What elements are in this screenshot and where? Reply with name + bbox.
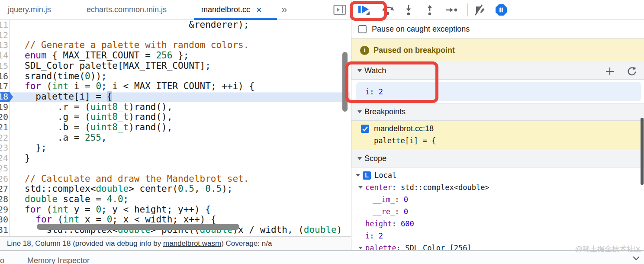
code-line[interactable]: .a = 255, [10,133,107,143]
code-line[interactable]: double scale = 4.0; [10,194,129,205]
pause-on-exceptions-button[interactable] [494,3,509,16]
line-number[interactable]: 13 [0,40,8,51]
chevron-down-icon[interactable] [358,186,363,189]
scope-row-height[interactable]: height: 600 [351,218,644,230]
wasm-source-link[interactable]: mandelbrot.wasm [163,239,221,248]
tab-jquery[interactable]: jquery.min.js [8,0,51,19]
code-line[interactable]: srand(time(0)); [10,71,107,82]
step-out-button[interactable] [422,3,437,16]
line-number[interactable]: 24 [0,153,8,164]
scope-row-Local[interactable]: LLocal [351,169,644,181]
line-number[interactable]: 21 [0,122,8,133]
sidebar-scrollbar[interactable] [641,118,644,185]
step-button[interactable] [444,3,459,16]
code-line[interactable]: .g = (uint8_t)rand(), [10,112,172,122]
scope-row-center[interactable]: center: std::complex<double> [351,181,644,193]
scope-row-__re_[interactable]: __re_: 0 [351,206,644,218]
line-number[interactable]: 23 [0,143,8,153]
pane-divider[interactable] [351,0,351,250]
code-line[interactable]: .r = (uint8_t)rand(), [10,102,172,113]
editor-horizontal-scrollbar[interactable] [37,224,239,230]
code-token: , [194,184,205,194]
scope-section-header[interactable]: Scope [351,150,644,167]
tab-label: mandelbrot.cc [201,5,250,14]
line-number[interactable]: 28 [0,194,8,205]
tab-echarts[interactable]: echarts.common.min.js [87,0,167,19]
code-line[interactable]: palette[i] = { [10,92,112,102]
editor-vertical-scrollbar[interactable] [342,52,348,112]
add-watch-button[interactable] [604,66,615,77]
scope-row-i[interactable]: i: 2 [351,230,644,242]
step-icon [445,5,458,15]
colon: : [396,244,405,250]
line-number[interactable]: 15 [0,61,8,71]
refresh-watch-button[interactable] [626,66,637,77]
code-token: i = [68,81,96,91]
breakpoint-checkbox[interactable] [361,125,369,133]
line-number[interactable]: 25 [0,164,8,174]
watch-section-header[interactable]: Watch [351,62,644,80]
line-number[interactable]: 11 [0,20,8,30]
code-line[interactable]: // Generate a palette with random colors… [10,40,249,51]
code-line[interactable]: enum { MAX_ITER_COUNT = 256 }; [10,51,189,61]
tab-label: jquery.min.js [8,5,51,14]
line-number[interactable]: 14 [0,51,8,61]
line-number[interactable]: 26 [0,174,8,184]
code-line[interactable] [10,164,25,174]
line-number[interactable]: 20 [0,112,8,122]
scope-property-value: SDL_Color [256] [405,244,472,250]
code-line[interactable]: std::complex<double> center(0.5, 0.5); [10,184,233,194]
chevron-down-icon [357,110,362,113]
code-token: 255 [85,132,101,143]
code-token: .g = ( [25,112,90,122]
code-line[interactable]: // Calculate and draw the Mandelbrot set… [10,174,249,184]
step-over-button[interactable] [381,3,396,16]
close-icon[interactable]: × [256,5,262,15]
watch-expression-row[interactable]: i: 2 [356,82,641,101]
deactivate-breakpoints-button[interactable] [473,3,487,16]
line-number[interactable]: 30 [0,215,8,225]
line-number[interactable]: 27 [0,184,8,194]
line-number[interactable]: 22 [0,133,8,143]
more-tabs-icon[interactable]: » [281,3,287,16]
code-line[interactable]: for (int i = 0; i < MAX_ITER_COUNT; ++i)… [10,81,254,92]
code-token: 0.5 [178,184,194,194]
line-number[interactable]: 19 [0,102,8,113]
code-token: { MAX_ITER_COUNT = [47,50,156,61]
coverage-text: ) Coverage: n/a [221,239,272,248]
code-line[interactable]: } [10,153,30,164]
code-token: { [107,91,113,102]
line-number[interactable]: 17 [0,81,8,92]
resume-script-button[interactable] [356,3,371,16]
code-token: 0 [96,81,101,91]
line-number[interactable]: 29 [0,205,8,215]
code-token: int [52,204,68,215]
step-into-button[interactable] [401,3,416,16]
line-number[interactable]: 16 [0,71,8,82]
code-token: 0.5 [205,184,222,194]
code-token: .r = ( [25,102,90,112]
code-token: srand(time( [25,71,85,81]
chevron-down-icon[interactable] [356,174,360,177]
code-line[interactable]: SDL_Color palette[MAX_ITER_COUNT]; [10,61,211,71]
code-line[interactable]: &renderer); [10,20,249,30]
memory-inspector-tab[interactable]: Memory Inspector [27,256,90,264]
code-token: double [96,184,129,194]
chevron-down-icon[interactable] [358,247,363,249]
code-line[interactable]: }; [10,143,47,153]
line-number[interactable]: 31 [0,225,8,235]
chevron-down-icon [357,69,362,72]
breakpoints-section-header[interactable]: Breakpoints [351,103,644,121]
code-token: ( [52,214,63,225]
tab-mandelbrot[interactable]: mandelbrot.cc × [201,0,262,19]
collapse-drawer-button[interactable] [632,255,641,263]
breakpoint-item[interactable]: mandelbrot.cc:18 palette[i] = { [351,121,644,150]
pause-on-caught-checkbox[interactable] [358,25,367,33]
code-editor[interactable]: 11 &renderer);1213// Generate a palette … [0,20,351,236]
code-line[interactable]: .b = (uint8_t)rand(), [10,122,172,133]
code-line[interactable] [10,30,25,41]
scope-row-__im_[interactable]: __im_: 0 [351,193,644,206]
code-line[interactable]: for (int y = 0; y < height; y++) { [10,205,211,215]
line-number[interactable]: 12 [0,30,8,41]
toggle-sidebar-icon[interactable] [332,3,347,16]
